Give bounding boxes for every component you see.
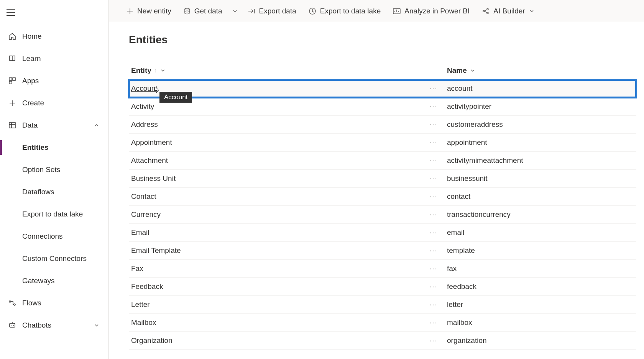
col-header-name[interactable]: Name — [447, 66, 636, 75]
nav-data[interactable]: Data — [0, 114, 108, 136]
col-header-entity[interactable]: Entity ↑ — [129, 66, 447, 75]
entity-cell[interactable]: Account — [129, 84, 420, 93]
row-more-button[interactable]: ··· — [420, 121, 447, 129]
sort-asc-icon: ↑ — [154, 67, 157, 74]
table-row[interactable]: Activity···activitypointer — [129, 98, 636, 116]
entity-cell[interactable]: Organization — [129, 336, 420, 345]
cmd-ai-builder[interactable]: AI Builder — [476, 0, 540, 22]
hamburger-button[interactable] — [0, 3, 21, 21]
cmd-export-lake[interactable]: Export to data lake — [302, 0, 387, 22]
row-more-button[interactable]: ··· — [420, 103, 447, 111]
row-more-button[interactable]: ··· — [420, 265, 447, 273]
row-more-button[interactable]: ··· — [420, 319, 447, 327]
row-more-button[interactable]: ··· — [420, 211, 447, 219]
plus-icon — [127, 8, 133, 15]
table-row[interactable]: Contact···contact — [129, 188, 636, 206]
svg-point-4 — [9, 301, 11, 302]
nav-label: Apps — [22, 77, 39, 85]
svg-point-12 — [483, 10, 485, 12]
table-row[interactable]: Currency···transactioncurrency — [129, 206, 636, 224]
nav-sub-gateways[interactable]: Gateways — [0, 270, 108, 292]
row-more-button[interactable]: ··· — [420, 193, 447, 201]
nav-label: Learn — [22, 54, 41, 63]
row-more-button[interactable]: ··· — [420, 175, 447, 183]
row-more-button[interactable]: ··· — [420, 283, 447, 291]
chevron-up-icon — [94, 123, 99, 128]
name-cell: organization — [447, 336, 636, 345]
row-more-button[interactable]: ··· — [420, 301, 447, 309]
nav-learn[interactable]: Learn — [0, 48, 108, 70]
row-more-button[interactable]: ··· — [420, 139, 447, 147]
page-title: Entities — [129, 34, 636, 46]
nav-sub-connections[interactable]: Connections — [0, 225, 108, 248]
nav-label: Create — [22, 99, 44, 107]
svg-point-8 — [13, 325, 14, 326]
entity-cell[interactable]: Fax — [129, 264, 420, 273]
hamburger-icon — [7, 9, 15, 16]
svg-rect-6 — [10, 323, 15, 327]
nav-sub-custom-connectors[interactable]: Custom Connectors — [0, 248, 108, 270]
cmd-analyze[interactable]: Analyze in Power BI — [387, 0, 476, 22]
table-row[interactable]: Feedback···feedback — [129, 278, 636, 296]
cmd-new-entity[interactable]: New entity — [120, 0, 177, 22]
entity-cell[interactable]: Business Unit — [129, 174, 420, 183]
svg-rect-2 — [9, 81, 12, 84]
nav-flows[interactable]: Flows — [0, 292, 108, 314]
svg-point-5 — [14, 304, 15, 305]
entity-cell[interactable]: Letter — [129, 300, 420, 309]
nav-label: Chatbots — [22, 321, 51, 329]
table-row[interactable]: Address···customeraddress — [129, 116, 636, 134]
entity-cell[interactable]: Attachment — [129, 156, 420, 165]
nav-sub-option-sets[interactable]: Option Sets — [0, 159, 108, 181]
nav-sub-label: Entities — [22, 143, 49, 152]
cmd-label: New entity — [137, 7, 171, 15]
cmd-get-data[interactable]: Get data — [177, 0, 228, 22]
table-row[interactable]: Email Template···template — [129, 242, 636, 260]
name-cell: template — [447, 246, 636, 255]
data-icon — [8, 121, 17, 130]
table-row[interactable]: Email···email — [129, 224, 636, 242]
entity-cell[interactable]: Email — [129, 228, 420, 237]
entity-cell[interactable]: Currency — [129, 210, 420, 219]
row-more-button[interactable]: ··· — [420, 85, 447, 93]
entity-cell[interactable]: Activity — [129, 102, 420, 111]
table-row[interactable]: Letter···letter — [129, 296, 636, 314]
cmd-export-data[interactable]: Export data — [242, 0, 302, 22]
entity-cell[interactable]: Address — [129, 120, 420, 129]
nav-home[interactable]: Home — [0, 25, 108, 48]
entity-cell[interactable]: Contact — [129, 192, 420, 201]
book-icon — [8, 54, 17, 63]
nav-sub-dataflows[interactable]: Dataflows — [0, 181, 108, 203]
entities-table: Entity ↑ Name Account···accountActivity·… — [129, 61, 636, 350]
nav-sub-entities[interactable]: Entities — [0, 136, 108, 159]
name-cell: activitypointer — [447, 102, 636, 111]
table-row[interactable]: Mailbox···mailbox — [129, 314, 636, 332]
table-row[interactable]: Fax···fax — [129, 260, 636, 278]
table-row[interactable]: Attachment···activitymimeattachment — [129, 152, 636, 170]
nav-create[interactable]: Create — [0, 92, 108, 114]
row-more-button[interactable]: ··· — [420, 337, 447, 345]
entity-cell[interactable]: Email Template — [129, 246, 420, 255]
table-row[interactable]: Business Unit···businessunit — [129, 170, 636, 188]
entity-cell[interactable]: Appointment — [129, 138, 420, 147]
cmd-get-data-dropdown[interactable] — [228, 0, 242, 22]
nav-chatbots[interactable]: Chatbots — [0, 314, 108, 336]
cmd-label: Get data — [194, 7, 222, 15]
row-more-button[interactable]: ··· — [420, 157, 447, 165]
table-row[interactable]: Appointment···appointment — [129, 134, 636, 152]
entity-cell[interactable]: Mailbox — [129, 318, 420, 327]
entity-cell[interactable]: Feedback — [129, 282, 420, 291]
name-cell: letter — [447, 300, 636, 309]
row-more-button[interactable]: ··· — [420, 247, 447, 255]
table-row[interactable]: Organization···organization — [129, 332, 636, 350]
row-more-button[interactable]: ··· — [420, 229, 447, 237]
ai-icon — [482, 7, 490, 15]
table-row[interactable]: Account···account — [129, 80, 636, 98]
nav-apps[interactable]: Apps — [0, 70, 108, 92]
svg-point-9 — [185, 8, 189, 10]
cmd-label: Export data — [259, 7, 296, 15]
nav-sub-export-lake[interactable]: Export to data lake — [0, 203, 108, 225]
lake-icon — [309, 7, 316, 15]
content: Entities Entity ↑ Name Account···account… — [109, 22, 644, 359]
chevron-down-icon — [470, 68, 475, 73]
